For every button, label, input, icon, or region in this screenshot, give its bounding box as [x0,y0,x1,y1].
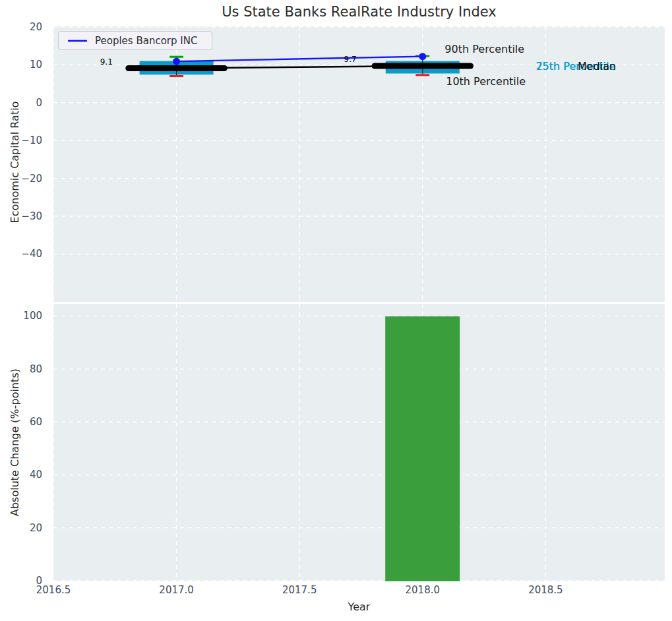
legend: Peoples Bancorp INC [58,31,212,50]
annotation-median-label: Median [578,61,616,73]
legend-line-icon [67,39,88,43]
change-bar-2018 [386,316,460,581]
realrate-industry-index-figure: Us State Banks RealRate Industry Index E… [0,0,672,621]
annotation-median-2017: 9.1 [100,58,113,67]
top-y-axis-label: Economic Capital Ratio [9,102,21,223]
bottom-y-axis-label: Absolute Change (%-points) [9,369,21,516]
chart-title: Us State Banks RealRate Industry Index [53,4,665,20]
annotation-median-2018: 9.7 [344,55,357,64]
annotation-90th-percentile: 90th Percentile [444,44,524,56]
legend-label: Peoples Bancorp INC [95,35,197,47]
bottom-panel-background [53,304,665,581]
chart-canvas [0,0,672,621]
x-axis-label: Year [53,601,665,613]
annotation-10th-percentile: 10th Percentile [446,76,526,88]
company-marker-2018 [419,53,426,60]
company-marker-2017 [173,58,180,65]
